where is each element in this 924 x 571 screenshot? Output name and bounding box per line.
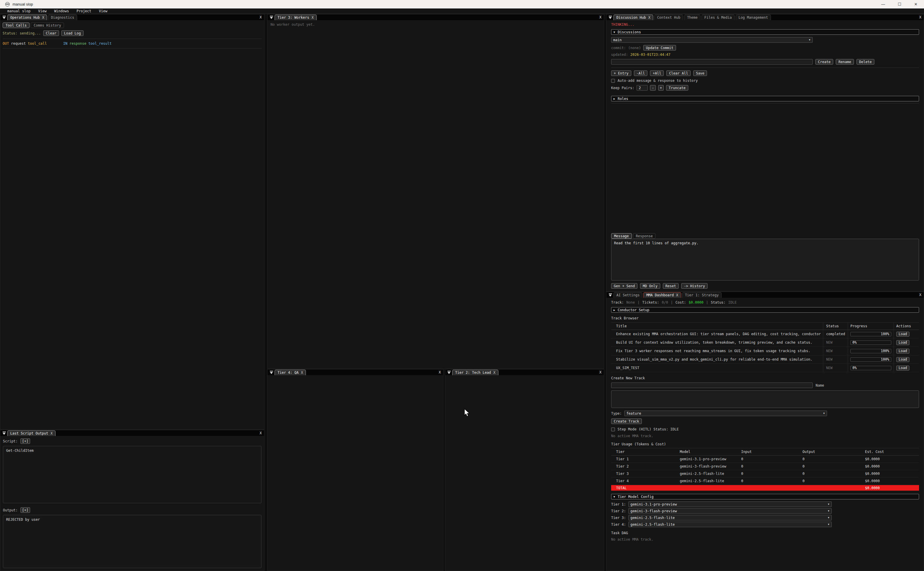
tab-files-media[interactable]: Files & Media: [701, 15, 735, 20]
truncate-button[interactable]: Truncate: [666, 85, 688, 91]
tab-operations-hub[interactable]: Operations Hub X: [7, 15, 47, 20]
tab-ai-settings[interactable]: AI Settings: [613, 292, 642, 298]
panel-close-icon[interactable]: X: [599, 370, 604, 374]
output-text-box[interactable]: REJECTED by user: [3, 515, 262, 568]
menu-windows[interactable]: Windows: [54, 9, 69, 13]
panel-close-icon[interactable]: X: [599, 15, 604, 19]
step-mode-checkbox[interactable]: [611, 427, 615, 431]
save-button[interactable]: Save: [693, 70, 707, 76]
to-history-button[interactable]: -> History: [681, 283, 708, 289]
keep-pairs-input[interactable]: 2: [636, 85, 648, 91]
minimize-icon[interactable]: —: [875, 0, 891, 8]
md-only-button[interactable]: MD Only: [640, 283, 660, 289]
update-commit-button[interactable]: Update Commit: [643, 45, 676, 51]
script-text-box[interactable]: Get-ChildItem: [3, 446, 262, 503]
conductor-setup-header[interactable]: ▶ Conductor Setup: [611, 307, 919, 313]
tab-close-icon[interactable]: X: [51, 431, 52, 435]
panel-close-icon[interactable]: X: [260, 431, 264, 435]
load-button[interactable]: Load: [896, 366, 909, 370]
script-expand-button[interactable]: [+]: [20, 438, 30, 444]
tab-close-icon[interactable]: X: [648, 15, 650, 20]
roles-section-header[interactable]: ▶ Roles: [611, 96, 919, 102]
operations-content: Tool Calls Comms History Status: sending…: [0, 20, 264, 429]
rename-button[interactable]: Rename: [836, 59, 853, 65]
tab-tier2-tech-lead[interactable]: Tier 2: Tech Lead X: [452, 370, 498, 375]
panel-menu-icon[interactable]: [447, 370, 451, 375]
message-textarea[interactable]: Read the first 10 lines of aggregate.py.: [611, 239, 919, 281]
menu-view-1[interactable]: View: [38, 9, 46, 13]
panel-menu-icon[interactable]: [2, 431, 6, 435]
tab-discussion-hub[interactable]: Discussion Hub X: [613, 15, 653, 20]
track-browser-title: Track Browser: [611, 316, 919, 320]
tab-diagnostics[interactable]: Diagnostics: [48, 15, 77, 20]
panel-menu-icon[interactable]: [2, 15, 6, 20]
panel-menu-icon[interactable]: [270, 15, 274, 20]
track-status: NEW: [823, 338, 848, 347]
panel-close-icon[interactable]: X: [919, 293, 924, 297]
tab-tier3-workers[interactable]: Tier 3: Workers X: [275, 15, 317, 20]
clear-button[interactable]: Clear: [43, 30, 59, 36]
panel-menu-icon[interactable]: [608, 15, 613, 20]
panel-menu-icon[interactable]: [270, 370, 274, 375]
close-icon[interactable]: ✕: [908, 0, 924, 8]
menu-view-2[interactable]: View: [99, 9, 108, 13]
clear-all-button[interactable]: Clear All: [666, 70, 691, 76]
tab-message[interactable]: Message: [611, 233, 632, 239]
discussion-name-input[interactable]: [611, 59, 813, 65]
keep-pairs-increment-button[interactable]: +: [658, 85, 664, 91]
delete-button[interactable]: Delete: [856, 59, 874, 65]
tab-tier1-strategy[interactable]: Tier 1: Strategy: [682, 292, 722, 298]
panel-menu-icon[interactable]: [608, 293, 613, 297]
gen-send-button[interactable]: Gen + Send: [611, 283, 638, 289]
panel-close-icon[interactable]: X: [919, 15, 924, 19]
tier1-model-select[interactable]: gemini-3.1-pro-preview ▼: [628, 502, 832, 507]
autoadd-checkbox[interactable]: [611, 79, 615, 83]
tab-response[interactable]: Response: [633, 233, 656, 239]
reset-button[interactable]: Reset: [663, 283, 679, 289]
tier3-model-select[interactable]: gemini-2.5-flash-lite ▼: [628, 515, 832, 520]
create-button[interactable]: Create: [815, 59, 833, 65]
track-type-select[interactable]: feature ▼: [624, 411, 827, 416]
tickets-label: Tickets:: [642, 300, 659, 304]
plus-all-button[interactable]: +All: [650, 70, 664, 76]
tab-close-icon[interactable]: X: [42, 15, 44, 20]
tier-model-config-header[interactable]: ▼ Tier Model Config: [611, 494, 919, 499]
tab-last-script-output[interactable]: Last Script Output X: [7, 431, 55, 436]
load-button[interactable]: Load: [896, 340, 909, 345]
load-button[interactable]: Load: [896, 349, 909, 353]
tab-log-management[interactable]: Log Management: [736, 15, 771, 20]
tab-tier4-qa[interactable]: Tier 4: QA X: [275, 370, 306, 375]
output-expand-button[interactable]: [+]: [20, 507, 30, 513]
tier4-model-select[interactable]: gemini-2.5-flash-lite ▼: [628, 522, 832, 527]
tab-close-icon[interactable]: X: [311, 15, 313, 20]
subtab-tool-calls[interactable]: Tool Calls: [3, 23, 29, 28]
menu-manual-slop[interactable]: manual slop: [7, 9, 30, 13]
maximize-icon[interactable]: ☐: [891, 0, 908, 8]
discussion-select[interactable]: main ▼: [611, 37, 813, 43]
tier2-model-select[interactable]: gemini-3-flash-preview ▼: [628, 508, 832, 514]
commit-value: (none): [628, 46, 641, 50]
new-track-name-input[interactable]: [611, 383, 813, 388]
tab-close-icon[interactable]: X: [493, 370, 496, 375]
keep-pairs-decrement-button[interactable]: -: [650, 85, 656, 91]
tab-theme[interactable]: Theme: [684, 15, 701, 20]
load-button[interactable]: Load: [896, 332, 909, 336]
tab-mma-dashboard[interactable]: MMA Dashboard X: [643, 292, 681, 298]
table-row: Build UI for context window utilization,…: [611, 338, 919, 347]
new-track-description-textarea[interactable]: [611, 390, 919, 408]
subtab-comms-history[interactable]: Comms History: [31, 23, 64, 28]
load-button[interactable]: Load: [896, 357, 909, 362]
minus-all-button[interactable]: -All: [634, 70, 648, 76]
add-entry-button[interactable]: + Entry: [611, 70, 631, 76]
tab-label: Tier 3: Workers: [277, 15, 309, 20]
create-track-button[interactable]: Create Track: [611, 418, 642, 424]
menu-project[interactable]: Project: [77, 9, 91, 13]
track-actions-cell: Load: [894, 355, 919, 364]
tab-close-icon[interactable]: X: [301, 370, 303, 375]
tab-context-hub[interactable]: Context Hub: [654, 15, 683, 20]
load-log-button[interactable]: Load Log: [62, 30, 83, 36]
tab-close-icon[interactable]: X: [676, 293, 678, 297]
panel-close-icon[interactable]: X: [260, 15, 264, 19]
panel-close-icon[interactable]: X: [439, 370, 443, 374]
discussions-section-header[interactable]: ▼ Discussions: [611, 29, 919, 35]
